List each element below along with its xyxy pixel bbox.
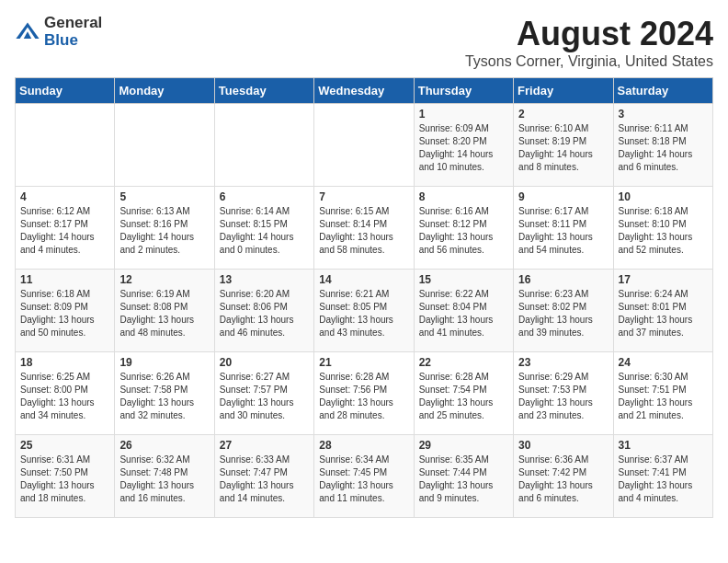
calendar-cell: 29Sunrise: 6:35 AM Sunset: 7:44 PM Dayli… [414,435,513,518]
day-info: Sunrise: 6:16 AM Sunset: 8:12 PM Dayligh… [419,205,508,257]
day-number: 17 [619,273,708,286]
day-number: 6 [220,190,309,203]
day-info: Sunrise: 6:19 AM Sunset: 8:08 PM Dayligh… [119,288,209,339]
day-info: Sunrise: 6:10 AM Sunset: 8:19 PM Dayligh… [518,122,608,174]
day-info: Sunrise: 6:34 AM Sunset: 7:45 PM Dayligh… [319,454,408,505]
day-number: 5 [119,190,209,203]
month-year-title: August 2024 [465,15,713,53]
day-number: 20 [220,356,309,369]
calendar-cell: 2Sunrise: 6:10 AM Sunset: 8:19 PM Daylig… [514,104,613,187]
day-info: Sunrise: 6:15 AM Sunset: 8:14 PM Dayligh… [319,205,408,257]
title-section: August 2024 Tysons Corner, Virginia, Uni… [465,15,713,70]
day-number: 16 [518,273,608,286]
day-number: 14 [319,273,408,286]
day-info: Sunrise: 6:30 AM Sunset: 7:51 PM Dayligh… [619,371,708,422]
calendar-cell: 19Sunrise: 6:26 AM Sunset: 7:58 PM Dayli… [115,352,214,435]
day-info: Sunrise: 6:35 AM Sunset: 7:44 PM Dayligh… [419,454,508,505]
day-number: 13 [220,273,309,286]
calendar-week-4: 18Sunrise: 6:25 AM Sunset: 8:00 PM Dayli… [16,352,713,435]
day-info: Sunrise: 6:21 AM Sunset: 8:05 PM Dayligh… [319,288,408,339]
day-number: 10 [619,190,708,203]
day-number: 30 [518,439,608,452]
day-number: 4 [20,190,109,203]
calendar-cell: 14Sunrise: 6:21 AM Sunset: 8:05 PM Dayli… [314,270,414,352]
day-number: 21 [319,356,408,369]
calendar-cell: 16Sunrise: 6:23 AM Sunset: 8:02 PM Dayli… [514,270,613,352]
calendar-cell: 24Sunrise: 6:30 AM Sunset: 7:51 PM Dayli… [613,352,712,435]
day-info: Sunrise: 6:22 AM Sunset: 8:04 PM Dayligh… [419,288,508,339]
day-info: Sunrise: 6:33 AM Sunset: 7:47 PM Dayligh… [220,454,309,505]
day-info: Sunrise: 6:24 AM Sunset: 8:01 PM Dayligh… [619,288,708,339]
logo-blue: Blue [44,32,102,50]
calendar-cell: 12Sunrise: 6:19 AM Sunset: 8:08 PM Dayli… [115,270,214,352]
location-text: Tysons Corner, Virginia, United States [465,53,713,70]
day-info: Sunrise: 6:12 AM Sunset: 8:17 PM Dayligh… [20,205,109,257]
calendar-cell: 18Sunrise: 6:25 AM Sunset: 8:00 PM Dayli… [16,352,115,435]
header-day-sunday: Sunday [16,78,115,104]
calendar-cell: 31Sunrise: 6:37 AM Sunset: 7:41 PM Dayli… [613,435,712,518]
calendar-cell: 3Sunrise: 6:11 AM Sunset: 8:18 PM Daylig… [613,104,712,187]
day-number: 26 [119,439,209,452]
calendar-cell: 23Sunrise: 6:29 AM Sunset: 7:53 PM Dayli… [514,352,613,435]
calendar-cell: 9Sunrise: 6:17 AM Sunset: 8:11 PM Daylig… [514,187,613,270]
calendar-cell: 28Sunrise: 6:34 AM Sunset: 7:45 PM Dayli… [314,435,414,518]
day-number: 29 [419,439,508,452]
day-info: Sunrise: 6:36 AM Sunset: 7:42 PM Dayligh… [518,454,608,505]
day-info: Sunrise: 6:31 AM Sunset: 7:50 PM Dayligh… [20,454,109,505]
calendar-cell: 17Sunrise: 6:24 AM Sunset: 8:01 PM Dayli… [613,270,712,352]
header-day-thursday: Thursday [414,78,513,104]
header-day-monday: Monday [115,78,214,104]
calendar-cell: 13Sunrise: 6:20 AM Sunset: 8:06 PM Dayli… [214,270,313,352]
day-info: Sunrise: 6:29 AM Sunset: 7:53 PM Dayligh… [518,371,608,422]
calendar-table: SundayMondayTuesdayWednesdayThursdayFrid… [15,77,713,518]
day-info: Sunrise: 6:13 AM Sunset: 8:16 PM Dayligh… [119,205,209,257]
calendar-cell: 10Sunrise: 6:18 AM Sunset: 8:10 PM Dayli… [613,187,712,270]
logo-general: General [44,15,102,32]
calendar-cell: 22Sunrise: 6:28 AM Sunset: 7:54 PM Dayli… [414,352,513,435]
calendar-week-3: 11Sunrise: 6:18 AM Sunset: 8:09 PM Dayli… [16,270,713,352]
calendar-body: 1Sunrise: 6:09 AM Sunset: 8:20 PM Daylig… [16,104,713,518]
calendar-header: SundayMondayTuesdayWednesdayThursdayFrid… [16,78,713,104]
day-number: 23 [518,356,608,369]
day-info: Sunrise: 6:28 AM Sunset: 7:56 PM Dayligh… [319,371,408,422]
day-number: 7 [319,190,408,203]
calendar-cell: 11Sunrise: 6:18 AM Sunset: 8:09 PM Dayli… [16,270,115,352]
calendar-cell: 26Sunrise: 6:32 AM Sunset: 7:48 PM Dayli… [115,435,214,518]
day-number: 31 [619,439,708,452]
day-number: 27 [220,439,309,452]
day-info: Sunrise: 6:28 AM Sunset: 7:54 PM Dayligh… [419,371,508,422]
header-row: SundayMondayTuesdayWednesdayThursdayFrid… [16,78,713,104]
calendar-cell: 4Sunrise: 6:12 AM Sunset: 8:17 PM Daylig… [16,187,115,270]
calendar-cell [314,104,414,187]
day-number: 25 [20,439,109,452]
logo: General Blue [15,15,102,49]
day-number: 8 [419,190,508,203]
day-info: Sunrise: 6:18 AM Sunset: 8:09 PM Dayligh… [20,288,109,339]
header: General Blue August 2024 Tysons Corner, … [15,15,713,70]
calendar-cell: 6Sunrise: 6:14 AM Sunset: 8:15 PM Daylig… [214,187,313,270]
day-number: 11 [20,273,109,286]
calendar-week-5: 25Sunrise: 6:31 AM Sunset: 7:50 PM Dayli… [16,435,713,518]
header-day-friday: Friday [514,78,613,104]
day-number: 9 [518,190,608,203]
calendar-cell [214,104,313,187]
calendar-cell: 27Sunrise: 6:33 AM Sunset: 7:47 PM Dayli… [214,435,313,518]
day-info: Sunrise: 6:11 AM Sunset: 8:18 PM Dayligh… [619,122,708,174]
calendar-cell: 7Sunrise: 6:15 AM Sunset: 8:14 PM Daylig… [314,187,414,270]
day-info: Sunrise: 6:23 AM Sunset: 8:02 PM Dayligh… [518,288,608,339]
day-number: 2 [518,108,608,121]
day-info: Sunrise: 6:18 AM Sunset: 8:10 PM Dayligh… [619,205,708,257]
day-info: Sunrise: 6:17 AM Sunset: 8:11 PM Dayligh… [518,205,608,257]
calendar-cell: 21Sunrise: 6:28 AM Sunset: 7:56 PM Dayli… [314,352,414,435]
day-number: 3 [619,108,708,121]
day-info: Sunrise: 6:20 AM Sunset: 8:06 PM Dayligh… [220,288,309,339]
day-number: 12 [119,273,209,286]
calendar-cell: 20Sunrise: 6:27 AM Sunset: 7:57 PM Dayli… [214,352,313,435]
calendar-cell: 25Sunrise: 6:31 AM Sunset: 7:50 PM Dayli… [16,435,115,518]
day-info: Sunrise: 6:09 AM Sunset: 8:20 PM Dayligh… [419,122,508,174]
day-info: Sunrise: 6:14 AM Sunset: 8:15 PM Dayligh… [220,205,309,257]
day-number: 28 [319,439,408,452]
calendar-cell: 5Sunrise: 6:13 AM Sunset: 8:16 PM Daylig… [115,187,214,270]
day-info: Sunrise: 6:26 AM Sunset: 7:58 PM Dayligh… [119,371,209,422]
calendar-cell [16,104,115,187]
